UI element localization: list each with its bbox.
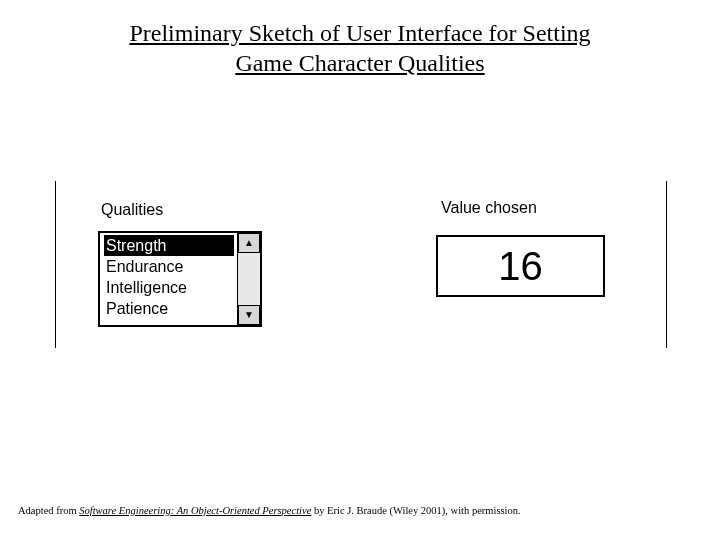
list-item[interactable]: Intelligence [106,277,232,298]
slide-title: Preliminary Sketch of User Interface for… [0,18,720,78]
title-line-1: Preliminary Sketch of User Interface for… [129,20,590,46]
listbox-scrollbar[interactable]: ▲ ▼ [237,233,260,325]
qualities-label: Qualities [101,201,163,219]
footnote-book-title: Software Engineering: An Object-Oriented… [79,505,311,516]
qualities-listbox[interactable]: Strength Endurance Intelligence Patience… [98,231,262,327]
list-item[interactable]: Patience [106,298,232,319]
title-line-2: Game Character Qualities [235,50,484,76]
qualities-list-items: Strength Endurance Intelligence Patience [100,233,238,325]
ui-sketch-panel: Qualities Value chosen Strength Enduranc… [55,176,667,353]
list-item[interactable]: Endurance [106,256,232,277]
value-chosen-label: Value chosen [441,199,537,217]
value-chosen-display: 16 [436,235,605,297]
footnote-prefix: Adapted from [18,505,79,516]
scroll-down-button[interactable]: ▼ [238,305,260,325]
footnote: Adapted from Software Engineering: An Ob… [18,505,521,516]
footnote-suffix: by Eric J. Braude (Wiley 2001), with per… [311,505,520,516]
scroll-up-button[interactable]: ▲ [238,233,260,253]
list-item[interactable]: Strength [104,235,234,256]
